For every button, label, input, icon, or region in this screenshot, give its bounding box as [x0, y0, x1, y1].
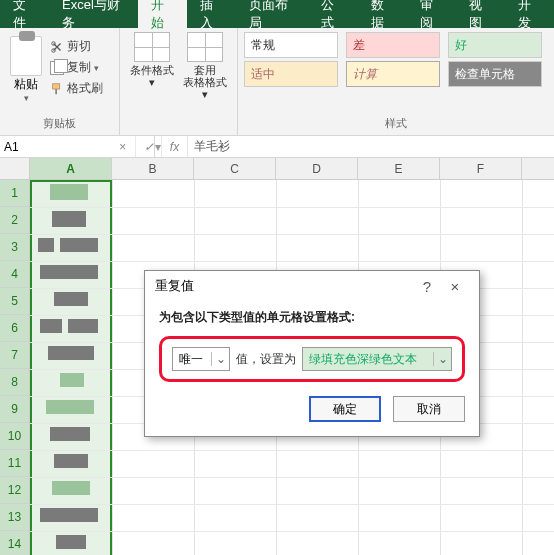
row-header-6[interactable]: 6 [0, 315, 30, 342]
dialog-close-button[interactable]: × [441, 278, 469, 295]
table-format-button[interactable]: 套用 表格格式 ▾ [179, 32, 232, 113]
col-header-F[interactable]: F [440, 158, 522, 179]
table-format-label: 套用 表格格式 [183, 64, 227, 88]
format-selected: 绿填充色深绿色文本 [303, 351, 433, 368]
copy-button[interactable]: 复制▾ [50, 59, 103, 76]
accept-formula-button[interactable]: ✓ [136, 136, 162, 157]
row-header-13[interactable]: 13 [0, 504, 30, 531]
tab-data[interactable]: 数据 [358, 0, 407, 28]
tab-file[interactable]: 文件 [0, 0, 49, 28]
chevron-down-icon: ⌄ [433, 352, 451, 366]
row-header-12[interactable]: 12 [0, 477, 30, 504]
row-header-4[interactable]: 4 [0, 261, 30, 288]
dialog-highlight-box: 唯一 ⌄ 值，设置为 绿填充色深绿色文本 ⌄ [159, 336, 465, 382]
format-combo[interactable]: 绿填充色深绿色文本 ⌄ [302, 347, 452, 371]
tab-view[interactable]: 视图 [456, 0, 505, 28]
conditional-formatting-button[interactable]: 条件格式 ▾ [126, 32, 179, 113]
ok-button[interactable]: 确定 [309, 396, 381, 422]
svg-rect-2 [53, 83, 60, 88]
chevron-down-icon: ▾ [202, 88, 208, 100]
tab-insert[interactable]: 插入 [187, 0, 236, 28]
svg-rect-3 [55, 89, 57, 94]
tab-formula[interactable]: 公式 [308, 0, 357, 28]
duplicate-values-dialog: 重复值 ? × 为包含以下类型值的单元格设置格式: 唯一 ⌄ 值，设置为 绿填充… [144, 270, 480, 437]
paste-button[interactable] [10, 36, 42, 76]
cancel-button[interactable]: 取消 [393, 396, 465, 422]
copy-icon [50, 61, 64, 75]
cancel-formula-button[interactable]: × [110, 136, 136, 157]
tab-developer[interactable]: 开发 [505, 0, 554, 28]
style-bad[interactable]: 差 [346, 32, 440, 58]
tab-home[interactable]: 开始 [138, 0, 187, 28]
fx-button[interactable]: fx [162, 136, 188, 157]
formula-bar: ▾ × ✓ fx 羊毛衫 [0, 136, 554, 158]
style-good[interactable]: 好 [448, 32, 542, 58]
row-header-10[interactable]: 10 [0, 423, 30, 450]
ribbon: 粘贴 ▾ 剪切 复制▾ 格式刷 [0, 28, 554, 136]
row-header-7[interactable]: 7 [0, 342, 30, 369]
cut-button[interactable]: 剪切 [50, 38, 103, 55]
col-header-B[interactable]: B [112, 158, 194, 179]
column-selection-highlight [30, 180, 112, 555]
dialog-mid-text: 值，设置为 [236, 351, 296, 368]
style-check-cell[interactable]: 检查单元格 [448, 61, 542, 87]
row-header-9[interactable]: 9 [0, 396, 30, 423]
select-all-corner[interactable] [0, 158, 30, 180]
conditional-formatting-icon [134, 32, 170, 62]
dialog-instruction: 为包含以下类型值的单元格设置格式: [159, 309, 465, 326]
column-headers: A B C D E F [30, 158, 554, 180]
dialog-help-button[interactable]: ? [413, 278, 441, 295]
dialog-title: 重复值 [155, 277, 413, 295]
format-painter-button[interactable]: 格式刷 [50, 80, 103, 97]
brush-icon [50, 82, 64, 96]
paste-dropdown-icon[interactable]: ▾ [24, 93, 29, 103]
row-header-5[interactable]: 5 [0, 288, 30, 315]
row-headers: 1 2 3 4 5 6 7 8 9 10 11 12 13 14 [0, 180, 30, 555]
row-header-2[interactable]: 2 [0, 207, 30, 234]
ribbon-tabs: 文件 Excel与财务 开始 插入 页面布局 公式 数据 审阅 视图 开发 [0, 0, 554, 28]
clipboard-group-label: 剪贴板 [0, 114, 119, 135]
scissors-icon [50, 40, 64, 54]
style-normal[interactable]: 常规 [244, 32, 338, 58]
styles-group-label: 样式 [238, 114, 554, 135]
col-header-E[interactable]: E [358, 158, 440, 179]
row-header-3[interactable]: 3 [0, 234, 30, 261]
value-type-combo[interactable]: 唯一 ⌄ [172, 347, 230, 371]
copy-label: 复制 [67, 59, 91, 76]
tab-review[interactable]: 审阅 [407, 0, 456, 28]
col-header-C[interactable]: C [194, 158, 276, 179]
row-header-11[interactable]: 11 [0, 450, 30, 477]
chevron-down-icon: ⌄ [211, 352, 229, 366]
style-neutral[interactable]: 适中 [244, 61, 338, 87]
row-header-1[interactable]: 1 [0, 180, 30, 207]
brush-label: 格式刷 [67, 80, 103, 97]
chevron-down-icon: ▾ [149, 76, 155, 88]
paste-label: 粘贴 [14, 76, 38, 93]
cut-label: 剪切 [67, 38, 91, 55]
row-header-8[interactable]: 8 [0, 369, 30, 396]
table-format-icon [187, 32, 223, 62]
name-box[interactable]: ▾ [0, 136, 110, 157]
col-header-D[interactable]: D [276, 158, 358, 179]
conditional-formatting-label: 条件格式 [130, 64, 174, 76]
col-header-A[interactable]: A [30, 158, 112, 179]
value-type-selected: 唯一 [173, 351, 211, 368]
row-header-14[interactable]: 14 [0, 531, 30, 555]
style-calculation[interactable]: 计算 [346, 61, 440, 87]
tab-excel-finance[interactable]: Excel与财务 [49, 0, 138, 28]
formula-content[interactable]: 羊毛衫 [188, 136, 554, 157]
tab-page-layout[interactable]: 页面布局 [236, 0, 308, 28]
